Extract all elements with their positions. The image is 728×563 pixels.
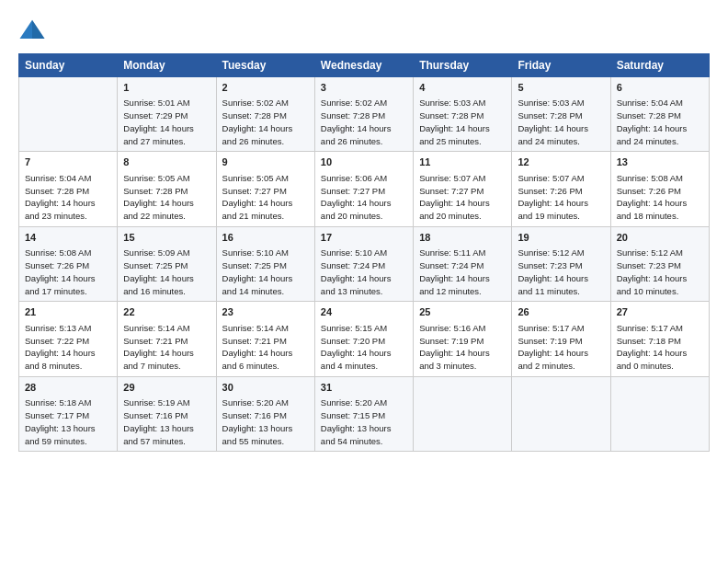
calendar-cell: 11Sunrise: 5:07 AM Sunset: 7:27 PM Dayli…: [414, 152, 512, 226]
day-number: 25: [419, 305, 506, 319]
cell-info: Sunrise: 5:02 AM Sunset: 7:28 PM Dayligh…: [222, 97, 309, 147]
day-header-thursday: Thursday: [414, 54, 512, 77]
day-number: 9: [222, 155, 309, 169]
calendar-cell: 15Sunrise: 5:09 AM Sunset: 7:25 PM Dayli…: [118, 226, 216, 301]
day-number: 14: [25, 231, 111, 245]
day-number: 12: [518, 155, 604, 169]
calendar-cell: 14Sunrise: 5:08 AM Sunset: 7:26 PM Dayli…: [19, 226, 118, 301]
day-number: 26: [518, 305, 604, 319]
cell-info: Sunrise: 5:01 AM Sunset: 7:29 PM Dayligh…: [123, 97, 210, 147]
calendar-cell: 17Sunrise: 5:10 AM Sunset: 7:24 PM Dayli…: [314, 226, 413, 301]
calendar-cell: 5Sunrise: 5:03 AM Sunset: 7:28 PM Daylig…: [512, 77, 610, 152]
calendar-cell: 30Sunrise: 5:20 AM Sunset: 7:16 PM Dayli…: [216, 376, 314, 451]
cell-info: Sunrise: 5:16 AM Sunset: 7:19 PM Dayligh…: [419, 322, 506, 373]
calendar-cell: 23Sunrise: 5:14 AM Sunset: 7:21 PM Dayli…: [216, 302, 314, 376]
day-header-tuesday: Tuesday: [216, 54, 314, 77]
calendar-cell: 4Sunrise: 5:03 AM Sunset: 7:28 PM Daylig…: [414, 77, 512, 152]
calendar-cell: 22Sunrise: 5:14 AM Sunset: 7:21 PM Dayli…: [118, 302, 216, 376]
calendar-cell: 20Sunrise: 5:12 AM Sunset: 7:23 PM Dayli…: [610, 226, 709, 301]
calendar-cell: 6Sunrise: 5:04 AM Sunset: 7:28 PM Daylig…: [610, 77, 709, 152]
calendar-cell: 26Sunrise: 5:17 AM Sunset: 7:19 PM Dayli…: [512, 302, 610, 376]
day-number: 6: [617, 81, 703, 95]
header: [18, 17, 710, 44]
day-number: 3: [321, 81, 407, 95]
cell-info: Sunrise: 5:15 AM Sunset: 7:20 PM Dayligh…: [321, 322, 407, 373]
cell-info: Sunrise: 5:10 AM Sunset: 7:24 PM Dayligh…: [321, 247, 407, 297]
cell-info: Sunrise: 5:17 AM Sunset: 7:18 PM Dayligh…: [617, 322, 703, 373]
day-number: 2: [222, 81, 309, 95]
day-number: 4: [419, 81, 506, 95]
logo: [18, 17, 48, 44]
calendar-cell: 24Sunrise: 5:15 AM Sunset: 7:20 PM Dayli…: [314, 302, 413, 376]
calendar-cell: 9Sunrise: 5:05 AM Sunset: 7:27 PM Daylig…: [216, 152, 314, 226]
calendar-week-row: 21Sunrise: 5:13 AM Sunset: 7:22 PM Dayli…: [19, 302, 710, 376]
calendar-cell: 28Sunrise: 5:18 AM Sunset: 7:17 PM Dayli…: [19, 376, 118, 451]
cell-info: Sunrise: 5:20 AM Sunset: 7:15 PM Dayligh…: [321, 396, 407, 447]
calendar-cell: 29Sunrise: 5:19 AM Sunset: 7:16 PM Dayli…: [118, 376, 216, 451]
day-number: 27: [617, 305, 703, 319]
day-number: 7: [25, 155, 111, 169]
cell-info: Sunrise: 5:06 AM Sunset: 7:27 PM Dayligh…: [321, 172, 407, 223]
calendar-week-row: 14Sunrise: 5:08 AM Sunset: 7:26 PM Dayli…: [19, 226, 710, 301]
calendar-week-row: 28Sunrise: 5:18 AM Sunset: 7:17 PM Dayli…: [19, 376, 710, 451]
calendar-cell: 2Sunrise: 5:02 AM Sunset: 7:28 PM Daylig…: [216, 77, 314, 152]
calendar-cell: 8Sunrise: 5:05 AM Sunset: 7:28 PM Daylig…: [118, 152, 216, 226]
day-header-saturday: Saturday: [610, 54, 709, 77]
day-number: 13: [617, 155, 703, 169]
cell-info: Sunrise: 5:08 AM Sunset: 7:26 PM Dayligh…: [25, 247, 111, 297]
calendar-cell: [19, 77, 118, 152]
day-number: 1: [123, 81, 210, 95]
cell-info: Sunrise: 5:20 AM Sunset: 7:16 PM Dayligh…: [222, 396, 309, 447]
calendar-cell: 7Sunrise: 5:04 AM Sunset: 7:28 PM Daylig…: [19, 152, 118, 226]
cell-info: Sunrise: 5:05 AM Sunset: 7:28 PM Dayligh…: [123, 172, 210, 223]
cell-info: Sunrise: 5:08 AM Sunset: 7:26 PM Dayligh…: [617, 172, 703, 223]
day-number: 5: [518, 81, 604, 95]
calendar-week-row: 1Sunrise: 5:01 AM Sunset: 7:29 PM Daylig…: [19, 77, 710, 152]
calendar-cell: 13Sunrise: 5:08 AM Sunset: 7:26 PM Dayli…: [610, 152, 709, 226]
calendar-cell: 25Sunrise: 5:16 AM Sunset: 7:19 PM Dayli…: [414, 302, 512, 376]
calendar-cell: [414, 376, 512, 451]
calendar-cell: 16Sunrise: 5:10 AM Sunset: 7:25 PM Dayli…: [216, 226, 314, 301]
calendar-cell: 19Sunrise: 5:12 AM Sunset: 7:23 PM Dayli…: [512, 226, 610, 301]
calendar-cell: [512, 376, 610, 451]
cell-info: Sunrise: 5:14 AM Sunset: 7:21 PM Dayligh…: [222, 322, 309, 373]
cell-info: Sunrise: 5:17 AM Sunset: 7:19 PM Dayligh…: [518, 322, 604, 373]
day-number: 19: [518, 231, 604, 245]
cell-info: Sunrise: 5:03 AM Sunset: 7:28 PM Dayligh…: [419, 97, 506, 147]
cell-info: Sunrise: 5:13 AM Sunset: 7:22 PM Dayligh…: [25, 322, 111, 373]
calendar-cell: 21Sunrise: 5:13 AM Sunset: 7:22 PM Dayli…: [19, 302, 118, 376]
day-number: 20: [617, 231, 703, 245]
day-number: 10: [321, 155, 407, 169]
cell-info: Sunrise: 5:05 AM Sunset: 7:27 PM Dayligh…: [222, 172, 309, 223]
day-number: 30: [222, 381, 309, 395]
calendar-cell: 18Sunrise: 5:11 AM Sunset: 7:24 PM Dayli…: [414, 226, 512, 301]
cell-info: Sunrise: 5:04 AM Sunset: 7:28 PM Dayligh…: [617, 97, 703, 147]
calendar-cell: 27Sunrise: 5:17 AM Sunset: 7:18 PM Dayli…: [610, 302, 709, 376]
day-number: 23: [222, 305, 309, 319]
day-number: 18: [419, 231, 506, 245]
calendar-cell: [610, 376, 709, 451]
calendar-table: SundayMondayTuesdayWednesdayThursdayFrid…: [18, 53, 710, 452]
cell-info: Sunrise: 5:10 AM Sunset: 7:25 PM Dayligh…: [222, 247, 309, 297]
logo-icon: [18, 17, 46, 44]
cell-info: Sunrise: 5:09 AM Sunset: 7:25 PM Dayligh…: [123, 247, 210, 297]
page: SundayMondayTuesdayWednesdayThursdayFrid…: [0, 0, 728, 563]
day-header-wednesday: Wednesday: [314, 54, 413, 77]
day-number: 22: [123, 305, 210, 319]
calendar-week-row: 7Sunrise: 5:04 AM Sunset: 7:28 PM Daylig…: [19, 152, 710, 226]
cell-info: Sunrise: 5:14 AM Sunset: 7:21 PM Dayligh…: [123, 322, 210, 373]
cell-info: Sunrise: 5:19 AM Sunset: 7:16 PM Dayligh…: [123, 396, 210, 447]
cell-info: Sunrise: 5:12 AM Sunset: 7:23 PM Dayligh…: [518, 247, 604, 297]
cell-info: Sunrise: 5:12 AM Sunset: 7:23 PM Dayligh…: [617, 247, 703, 297]
cell-info: Sunrise: 5:07 AM Sunset: 7:27 PM Dayligh…: [419, 172, 506, 223]
day-number: 31: [321, 381, 407, 395]
calendar-cell: 1Sunrise: 5:01 AM Sunset: 7:29 PM Daylig…: [118, 77, 216, 152]
calendar-cell: 12Sunrise: 5:07 AM Sunset: 7:26 PM Dayli…: [512, 152, 610, 226]
cell-info: Sunrise: 5:03 AM Sunset: 7:28 PM Dayligh…: [518, 97, 604, 147]
day-number: 17: [321, 231, 407, 245]
cell-info: Sunrise: 5:04 AM Sunset: 7:28 PM Dayligh…: [25, 172, 111, 223]
day-number: 21: [25, 305, 111, 319]
svg-marker-1: [32, 20, 45, 39]
cell-info: Sunrise: 5:02 AM Sunset: 7:28 PM Dayligh…: [321, 97, 407, 147]
day-header-sunday: Sunday: [19, 54, 118, 77]
